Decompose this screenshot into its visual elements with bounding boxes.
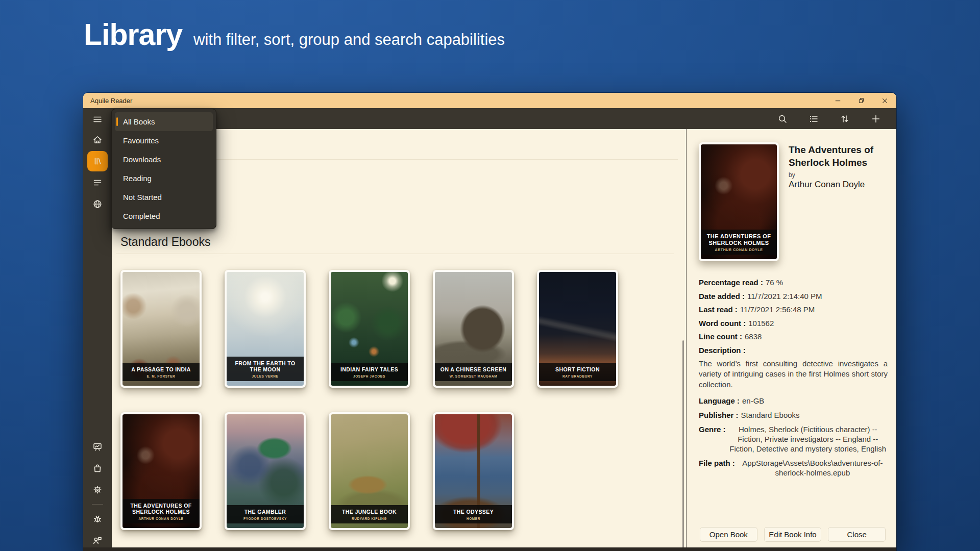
detail-cover-author: ARTHUR CONAN DOYLE: [703, 248, 774, 252]
book-card[interactable]: THE JUNGLE BOOK RUDYARD KIPLING: [329, 412, 410, 530]
book-cover-art: FROM THE EARTH TO THE MOON JULES VERNE: [227, 272, 304, 386]
sidebar-item-home[interactable]: [83, 129, 112, 151]
library-books-icon: [92, 156, 103, 166]
dropdown-item-completed[interactable]: Completed: [115, 207, 213, 226]
sort-arrows-icon: [840, 114, 850, 124]
sidebar-item-statistics[interactable]: [83, 436, 112, 458]
book-cover-art: SHORT FICTION RAY BRADBURY: [539, 272, 616, 386]
book-author: E. M. FORSTER: [125, 374, 197, 378]
shopping-bag-icon: [92, 463, 103, 473]
book-card[interactable]: THE ODYSSEY HOMER: [433, 412, 514, 530]
search-button[interactable]: [776, 113, 789, 125]
cover-title-band: THE ODYSSEY HOMER: [435, 505, 512, 523]
description-text: The world’s first consulting detective i…: [699, 359, 888, 390]
dropdown-item-not-started[interactable]: Not Started: [115, 188, 213, 207]
detail-book-author: Arthur Conan Doyle: [789, 180, 891, 190]
library-filter-dropdown: All Books Favourites Downloads Reading N…: [111, 109, 216, 229]
book-card[interactable]: FROM THE EARTH TO THE MOON JULES VERNE: [225, 270, 306, 388]
gear-icon: [92, 485, 103, 495]
selected-accent-bar: [116, 117, 118, 126]
cover-title-band: INDIAN FAIRY TALES JOSEPH JACOBS: [331, 363, 408, 381]
stat-last-read: Last read :11/7/2021 2:56:48 PM: [699, 305, 888, 314]
book-card[interactable]: SHORT FICTION RAY BRADBURY: [537, 270, 618, 388]
dropdown-item-reading[interactable]: Reading: [115, 169, 213, 188]
stat-word-count: Word count :101562: [699, 319, 888, 328]
cover-title-band: A PASSAGE TO INDIA E. M. FORSTER: [122, 363, 200, 381]
book-author: JOSEPH JACOBS: [333, 374, 405, 378]
cover-title-band: THE GAMBLER FYODOR DOSTOEVSKY: [227, 505, 304, 523]
restore-button[interactable]: [849, 93, 873, 108]
library-active-highlight: [87, 151, 108, 171]
collections-list-icon: [92, 178, 103, 188]
book-cover-art: ON A CHINESE SCREEN W. SOMERSET MAUGHAM: [435, 272, 512, 386]
open-book-button[interactable]: Open Book: [700, 527, 757, 542]
sidebar-divider: [92, 504, 103, 505]
book-card[interactable]: A PASSAGE TO INDIA E. M. FORSTER: [120, 270, 202, 388]
close-button[interactable]: [873, 93, 896, 108]
dropdown-item-favourites[interactable]: Favourites: [115, 131, 213, 150]
book-author: FYODOR DOSTOEVSKY: [229, 517, 301, 520]
book-card[interactable]: ON A CHINESE SCREEN W. SOMERSET MAUGHAM: [433, 270, 514, 388]
cover-title-band: ON A CHINESE SCREEN W. SOMERSET MAUGHAM: [435, 363, 512, 381]
app-window: Aquile Reader: [83, 93, 896, 551]
minimize-button[interactable]: [826, 93, 849, 108]
restore-icon: [857, 96, 866, 105]
book-card[interactable]: INDIAN FAIRY TALES JOSEPH JACOBS: [329, 270, 410, 388]
book-card[interactable]: THE ADVENTURES OF SHERLOCK HOLMES ARTHUR…: [120, 412, 202, 530]
close-detail-button[interactable]: Close: [828, 527, 886, 542]
group-header-underline: [116, 254, 674, 254]
sort-button[interactable]: [839, 113, 851, 125]
cover-title-band: SHORT FICTION RAY BRADBURY: [539, 363, 616, 381]
cover-title-band: FROM THE EARTH TO THE MOON JULES VERNE: [227, 357, 304, 381]
library-toolbar: [112, 108, 896, 129]
stat-percentage-read: Percentage read :76 %: [699, 278, 888, 287]
detail-actions: Open Book Edit Book Info Close: [700, 527, 886, 542]
book-title: FROM THE EARTH TO THE MOON: [229, 360, 301, 373]
person-feedback-icon: [92, 535, 103, 545]
window-bottom-edge: [83, 547, 896, 551]
group-button[interactable]: [807, 113, 820, 125]
detail-book-title: The Adventures of Sherlock Holmes: [789, 143, 891, 169]
sidebar-item-library[interactable]: [83, 151, 112, 172]
book-title: THE JUNGLE BOOK: [333, 509, 405, 515]
sidebar-item-collections[interactable]: [83, 172, 112, 193]
book-cover-art: THE JUNGLE BOOK RUDYARD KIPLING: [331, 414, 408, 528]
bug-icon: [92, 514, 103, 524]
meta-file-path: File path :AppStorage\Assets\Books\adven…: [699, 458, 888, 478]
vertical-scrollbar[interactable]: [682, 340, 684, 551]
minimize-icon: [834, 96, 842, 105]
sidebar-item-settings[interactable]: [83, 479, 112, 500]
book-card[interactable]: THE GAMBLER FYODOR DOSTOEVSKY: [225, 412, 306, 530]
book-detail-panel: THE ADVENTURES OF SHERLOCK HOLMES ARTHUR…: [686, 129, 896, 551]
edit-book-info-button[interactable]: Edit Book Info: [764, 527, 822, 542]
dropdown-item-all-books[interactable]: All Books: [115, 112, 213, 131]
stat-date-added: Date added :11/7/2021 2:14:40 PM: [699, 292, 888, 300]
hero-subtitle: with filter, sort, group and search capa…: [193, 31, 505, 49]
meta-genre: Genre :Holmes, Sherlock (Fictitious char…: [699, 424, 888, 454]
book-cover-art: THE ADVENTURES OF SHERLOCK HOLMES ARTHUR…: [122, 414, 200, 528]
hero-title: Library: [84, 17, 182, 52]
book-cover-art: THE GAMBLER FYODOR DOSTOEVSKY: [227, 414, 304, 528]
dropdown-item-downloads[interactable]: Downloads: [115, 150, 213, 169]
cover-title-band: THE JUNGLE BOOK RUDYARD KIPLING: [331, 505, 408, 523]
sidebar: [83, 108, 112, 551]
sidebar-item-bug-report[interactable]: [83, 508, 112, 530]
sidebar-item-web[interactable]: [83, 193, 112, 215]
group-list-icon: [808, 114, 819, 124]
nav-menu-button[interactable]: [83, 110, 112, 129]
sidebar-item-store[interactable]: [83, 458, 112, 479]
book-title: A PASSAGE TO INDIA: [125, 366, 197, 373]
book-author: JULES VERNE: [229, 374, 301, 378]
group-header: Standard Ebooks: [120, 235, 210, 249]
stat-line-count: Line count :6838: [699, 332, 888, 341]
book-cover-art: INDIAN FAIRY TALES JOSEPH JACOBS: [331, 272, 408, 386]
add-book-button[interactable]: [870, 113, 882, 125]
detail-by-label: by: [789, 171, 891, 179]
book-author: HOMER: [437, 517, 509, 520]
book-author: RUDYARD KIPLING: [333, 517, 405, 520]
description-label: Description :: [699, 346, 888, 355]
detail-cover-art: THE ADVENTURES OF SHERLOCK HOLMES ARTHUR…: [701, 144, 777, 259]
detail-title-block: The Adventures of Sherlock Holmes by Art…: [789, 143, 891, 190]
home-icon: [92, 135, 103, 145]
book-author: ARTHUR CONAN DOYLE: [125, 517, 197, 520]
